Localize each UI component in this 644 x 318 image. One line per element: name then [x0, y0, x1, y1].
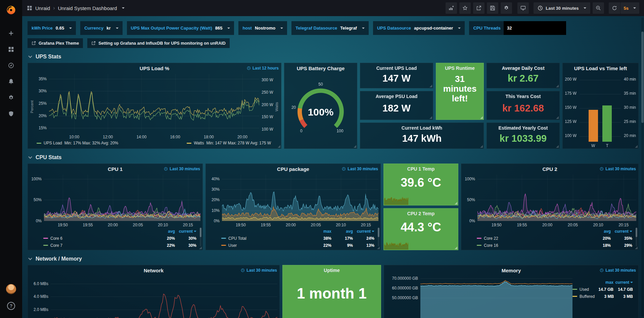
sidebar-explore-button[interactable] [0, 57, 22, 74]
legend-series-row[interactable]: Core 620%30% [43, 235, 196, 242]
breadcrumb-dashboard-title[interactable]: Unraid System Dashboard [58, 5, 117, 11]
bar-time-left[interactable] [602, 105, 612, 142]
sidebar-create-button[interactable] [0, 25, 22, 41]
dashboard-link-label: Setting up Grafana and InfluxDB for UPS … [98, 41, 225, 46]
panel-title[interactable]: UPS Load % [140, 65, 169, 71]
sidebar-nav [0, 25, 22, 122]
share-dashboard-button[interactable] [473, 2, 485, 14]
zoom-out-time-button[interactable] [593, 2, 604, 14]
panel-time-override-badge: Last 30 minutes [342, 167, 378, 171]
chart-canvas[interactable] [222, 175, 378, 221]
section-cpu-stats[interactable]: CPU Stats [28, 154, 639, 161]
plot-area[interactable]: 19:5019:5520:0020:0520:1020:15 [44, 175, 200, 228]
x-axis-tick: 20:15 [618, 223, 629, 227]
chart-canvas[interactable] [49, 74, 259, 133]
x-axis-tick: 12:00 [103, 135, 113, 139]
legend-item-watts[interactable]: Watts Min: 147 W Max: 278 W Avg: 175 W [187, 141, 271, 145]
legend-column-header[interactable]: current [613, 280, 633, 285]
refresh-dashboard-button[interactable] [609, 2, 620, 14]
legend-series-name: Core 16 [484, 243, 498, 248]
sidebar-configuration-button[interactable] [0, 90, 22, 106]
plot-area[interactable]: 19:5019:5520:0020:0520:1020:15 [477, 175, 636, 228]
panel-title[interactable]: Network [144, 268, 164, 273]
sidebar-bottom: ? [0, 281, 22, 314]
legend-series-row[interactable]: User22%9%13% [221, 242, 374, 249]
caret-down-icon [122, 7, 125, 9]
legend-column-header[interactable]: max [310, 229, 331, 234]
time-range-picker-button[interactable]: Last 30 minutes [534, 2, 590, 14]
legend-series-row[interactable]: Buffered3 MB3 MB [572, 293, 633, 300]
variable-ups-max-output[interactable]: UPS Max Output Power Capacity (Watt) 865 [127, 21, 234, 35]
caret-down-icon [116, 28, 119, 29]
legend-column-header[interactable]: avg [331, 229, 353, 234]
sidebar: ? [0, 0, 22, 318]
chart-canvas[interactable] [44, 175, 200, 221]
legend-column-header[interactable]: current [353, 229, 374, 234]
cpu-threads-input[interactable] [504, 21, 566, 35]
y-axis-title-left: Percent [29, 74, 34, 140]
y-axis-tick: 0% [214, 219, 220, 223]
sidebar-alerting-button[interactable] [0, 74, 22, 90]
x-axis: 19:5019:5520:0020:0520:1020:15 [44, 222, 200, 227]
cycle-view-mode-button[interactable] [517, 2, 529, 14]
plot-area[interactable]: 19:5019:5520:0020:0520:1020:15 [222, 175, 378, 228]
sidebar-server-admin-button[interactable] [0, 106, 22, 122]
legend-column-header[interactable]: max [594, 280, 613, 285]
panel-title[interactable]: Memory [502, 268, 521, 273]
plot-area[interactable] [51, 276, 277, 318]
bar-watts[interactable] [589, 110, 598, 142]
save-dashboard-button[interactable] [487, 2, 498, 14]
panel-title[interactable]: CPU 2 [542, 166, 557, 172]
user-avatar-button[interactable] [0, 281, 22, 297]
variable-kwh-price[interactable]: kWh Price 0.65 [28, 21, 76, 35]
legend-series-row[interactable]: Core 2220%35% [477, 235, 632, 242]
help-button[interactable]: ? [0, 298, 22, 314]
panel-title[interactable]: UPS Battery Charge [297, 65, 345, 71]
scrollbar-thumb[interactable] [641, 32, 644, 123]
navbar-actions: Last 30 minutes 5s [443, 2, 639, 14]
stat-title: UPS Runtime [436, 65, 484, 71]
mark-favorite-button[interactable] [459, 2, 471, 14]
panel-title[interactable]: CPU 1 [108, 166, 123, 172]
legend-series-value: 35% [611, 236, 632, 241]
dashboard-link-grafana-plex-theme[interactable]: Grafana Plex Theme [28, 38, 83, 48]
legend-column-header[interactable]: avg [153, 229, 175, 234]
section-ups-stats[interactable]: UPS Stats [28, 54, 639, 60]
refresh-interval-picker[interactable]: 5s [620, 2, 639, 14]
dashboard-link-ups-monitoring-guide[interactable]: Setting up Grafana and InfluxDB for UPS … [87, 38, 229, 48]
chart-canvas[interactable] [420, 276, 572, 318]
bar-chart-plot[interactable]: WT [580, 75, 621, 148]
variable-host[interactable]: host Nostromo [238, 21, 287, 35]
legend-column-header[interactable]: current [611, 229, 632, 234]
dashboard-settings-button[interactable] [501, 2, 512, 14]
section-network-memory[interactable]: Network / Memory [28, 256, 639, 262]
share-icon [476, 5, 481, 11]
legend-scrollbar[interactable] [200, 228, 201, 246]
variable-ups-datasource[interactable]: UPS Datasource apcupsd-container [373, 21, 465, 35]
legend-series-row[interactable]: CPU Total38%17%24% [221, 235, 374, 242]
caret-down-icon [458, 28, 461, 29]
variable-telegraf-datasource[interactable]: Telegraf Datasource Telegraf [291, 21, 369, 35]
panel-time-override-badge: Last 30 minutes [600, 268, 636, 273]
plot-area[interactable]: 10:0012:0014:0016:0018:0020:00 [49, 74, 259, 140]
series-color-dash [187, 143, 191, 144]
add-panel-button[interactable] [446, 2, 457, 14]
grafana-logo[interactable] [6, 5, 16, 16]
legend-series-row[interactable]: Core 1618%29% [477, 242, 632, 249]
variable-currency[interactable]: Currency kr [80, 21, 122, 35]
legend-column-header[interactable]: current [175, 229, 196, 234]
legend-item-ups-load[interactable]: UPS Load Min: 17% Max: 32% Avg: 20% [37, 141, 118, 145]
chart-canvas[interactable] [51, 276, 277, 318]
sidebar-dashboards-button[interactable] [0, 41, 22, 57]
plot-area[interactable] [420, 276, 572, 318]
legend-column-header[interactable]: avg [589, 229, 611, 234]
breadcrumb-folder[interactable]: Unraid [35, 5, 50, 11]
legend-series-row[interactable]: Used14.7 GB14.7 GB [572, 286, 633, 293]
legend-series-row[interactable]: Core 722%30% [43, 242, 196, 249]
panel-title[interactable]: CPU package [277, 166, 309, 172]
chart-canvas[interactable] [477, 175, 636, 221]
legend-scrollbar[interactable] [636, 228, 637, 246]
legend-scrollbar[interactable] [378, 228, 379, 246]
navbar: Unraid › Unraid System Dashboard Last 30… [22, 0, 644, 16]
panel-title[interactable]: UPS Load vs Time left [574, 65, 627, 71]
